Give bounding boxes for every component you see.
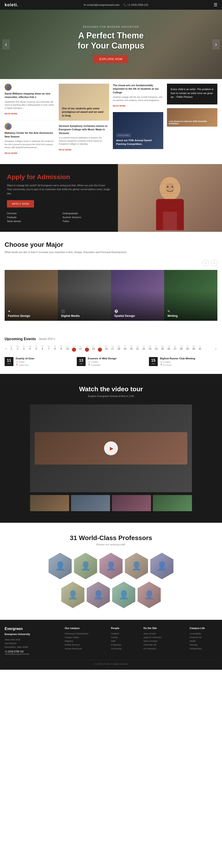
calendar-day-30[interactable]: Mo30: [191, 345, 197, 352]
calendar-day-17[interactable]: Tu17: [110, 345, 115, 352]
chevron-down-icon[interactable]: ▾: [54, 338, 55, 340]
calendar-next-button[interactable]: ›: [214, 347, 217, 350]
professor-hex-7[interactable]: 👤: [87, 582, 110, 608]
calendar-day-21[interactable]: Sa21: [135, 345, 140, 352]
apply-now-button[interactable]: Apply Now: [7, 200, 34, 208]
footer-link-research[interactable]: Our Research: [143, 647, 185, 651]
admission-link-overview[interactable]: Overview: [7, 212, 55, 215]
menu-icon[interactable]: ☰: [214, 2, 217, 7]
professor-hex-3[interactable]: 👤: [100, 553, 122, 579]
calendar-day-3[interactable]: Tu3: [21, 345, 27, 352]
calendar-day-29[interactable]: Su29: [185, 345, 190, 352]
video-thumb-2[interactable]: [71, 495, 110, 511]
video-section-title: Watch the video tour: [5, 385, 217, 393]
footer: Evergreen Evergreen University Shaw 4562…: [0, 620, 222, 670]
video-play-button[interactable]: ▶: [104, 441, 118, 455]
footer-link-staff[interactable]: Staff: [111, 639, 139, 643]
footer-link-campus-safety[interactable]: Campus Safety: [65, 636, 106, 639]
calendar-day-26[interactable]: Th26: [166, 345, 172, 352]
footer-link-apply[interactable]: Apply for Admission: [143, 636, 185, 639]
professor-hex-6[interactable]: 👤: [61, 582, 84, 608]
news-body-visual-arts: Students engage with the arts at both Ev…: [113, 96, 163, 102]
major-card-fashion-design[interactable]: ✦ Fashion Design: [5, 270, 58, 321]
calendar-day-11[interactable]: We11: [71, 345, 77, 352]
calendar-day-20[interactable]: Fr20: [129, 345, 134, 352]
person-icon-9: 👤: [138, 582, 161, 608]
footer-link-faculty[interactable]: Faculty: [111, 636, 139, 639]
admission-link-summer[interactable]: Summer Sessions: [62, 216, 111, 219]
video-thumb-3[interactable]: [112, 495, 151, 511]
admission-link-study-abroad[interactable]: Study abroad: [7, 220, 55, 222]
calendar-day-5[interactable]: Th5: [33, 345, 39, 352]
footer-link-uni-life[interactable]: University Life: [143, 643, 185, 647]
video-player[interactable]: ▶: [30, 404, 192, 492]
hero-next-button[interactable]: ›: [212, 39, 220, 50]
footer-link-facility[interactable]: Facility Services: [65, 643, 106, 647]
hero-tag: Designed for Modern Education: [83, 26, 139, 28]
calendar-day-22[interactable]: Su22: [141, 345, 147, 352]
calendar-day-4[interactable]: We4: [27, 345, 33, 352]
professor-photo-7: 👤: [87, 582, 110, 608]
admission-link-tuition[interactable]: Tuition: [62, 220, 111, 222]
professor-hex-2[interactable]: 👤: [74, 553, 97, 579]
footer-link-housing[interactable]: Housing: [190, 643, 217, 647]
news-readmore-visual-arts[interactable]: Read More: [113, 105, 126, 107]
footer-link-students[interactable]: Students: [111, 632, 139, 636]
calendar-day-2[interactable]: Mo2: [15, 345, 20, 352]
major-card-writing[interactable]: ✎ Writing: [164, 270, 217, 321]
painting-card-badge: AI the Details: [116, 133, 131, 137]
calendar-prev-button[interactable]: ‹: [5, 347, 8, 350]
person-icon-8: 👤: [112, 582, 135, 608]
calendar-day-10[interactable]: Tu10: [65, 345, 70, 352]
calendar-day-27[interactable]: Fr27: [172, 345, 178, 352]
calendar-day-18[interactable]: We18: [116, 345, 122, 352]
calendar-day-25[interactable]: We25: [160, 345, 165, 352]
calendar-day-24[interactable]: Tu24: [154, 345, 159, 352]
footer-link-news[interactable]: News & Events: [143, 639, 185, 643]
professor-hex-1[interactable]: 👤: [49, 553, 72, 579]
footer-link-community[interactable]: Community: [111, 647, 139, 651]
calendar-day-8[interactable]: Su8: [52, 345, 58, 352]
calendar-day-28[interactable]: Sa28: [178, 345, 184, 352]
video-thumb-4[interactable]: [153, 495, 192, 511]
hero-explore-button[interactable]: Explore Now: [94, 55, 128, 63]
news-readmore-mahaney[interactable]: Read More: [5, 152, 17, 154]
calendar-day-14[interactable]: Sa14: [91, 345, 96, 352]
video-thumbnails: [30, 495, 192, 511]
admission-link-graduate[interactable]: Graduate: [7, 216, 55, 219]
news-readmore-vermont[interactable]: Read More: [59, 149, 72, 151]
professor-hex-9[interactable]: 👤: [138, 582, 161, 608]
footer-link-accessibility[interactable]: Accessibility: [190, 632, 217, 636]
footer-link-hr[interactable]: Human Resources: [65, 647, 106, 651]
major-card-spatial-design[interactable]: ⚽ Spatial Design: [111, 270, 164, 321]
calendar-day-6[interactable]: Fr6: [40, 345, 45, 352]
video-thumb-1[interactable]: [30, 495, 69, 511]
major-next-button[interactable]: ›: [211, 260, 217, 266]
footer-link-planning[interactable]: Planning & Administration: [65, 632, 106, 636]
footer-link-about[interactable]: About School: [143, 632, 185, 636]
professor-hex-4[interactable]: 👤: [125, 553, 148, 579]
calendar-day-23[interactable]: Mo23: [147, 345, 153, 352]
calendar-day-7[interactable]: Sa7: [46, 345, 52, 352]
major-prev-button[interactable]: ‹: [202, 260, 209, 266]
professor-hex-8[interactable]: 👤: [112, 582, 135, 608]
calendar-day-15[interactable]: Su15: [97, 345, 103, 352]
news-readmore-1[interactable]: Read More: [5, 113, 17, 115]
professor-hex-5[interactable]: 👤: [150, 553, 173, 579]
calendar-day-1[interactable]: Su1: [8, 345, 14, 352]
footer-link-scholarships[interactable]: Scholarships: [190, 647, 217, 651]
calendar-day-13[interactable]: Fr13: [84, 345, 90, 352]
major-card-digital-media[interactable]: ⬛ Digital Media: [58, 270, 111, 321]
hero-prev-button[interactable]: ‹: [2, 39, 10, 50]
footer-link-health[interactable]: Health: [190, 639, 217, 643]
calendar-day-31[interactable]: Tu31: [197, 345, 203, 352]
logo[interactable]: koleti.: [5, 3, 18, 7]
calendar-day-9[interactable]: Mo9: [58, 345, 64, 352]
footer-link-financial-aid[interactable]: Financial Aid: [190, 636, 217, 639]
calendar-day-19[interactable]: Th19: [122, 345, 128, 352]
footer-link-employees[interactable]: Employees: [111, 643, 139, 647]
admission-link-undergraduate[interactable]: Undergraduate: [62, 212, 111, 215]
calendar-day-16[interactable]: Mo16: [104, 345, 109, 352]
footer-link-registrar[interactable]: Registrar: [65, 639, 106, 643]
calendar-day-12[interactable]: Th12: [78, 345, 83, 352]
